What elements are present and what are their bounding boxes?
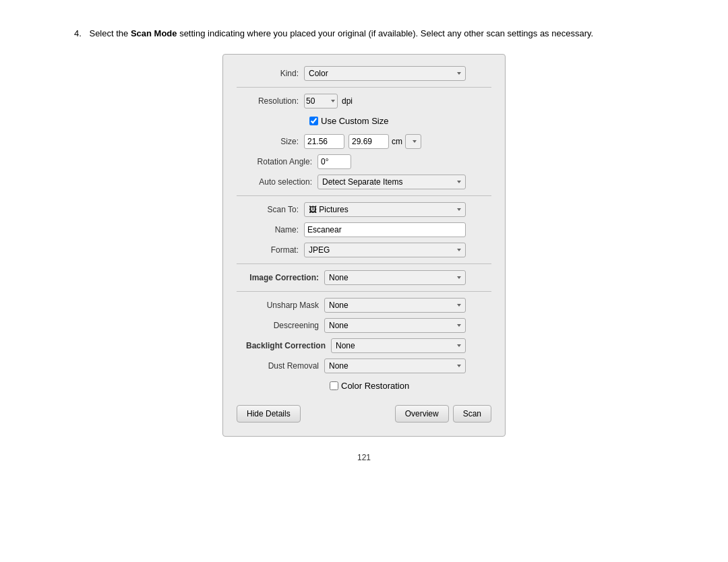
resolution-wrapper: 50 dpi [304,94,353,108]
size-unit-label: cm [392,137,402,146]
unsharp-mask-select[interactable]: None [324,298,466,313]
use-custom-size-label: Use Custom Size [321,116,388,126]
name-label: Name: [237,225,304,235]
kind-label: Kind: [237,69,304,78]
size-unit-select[interactable] [405,134,421,149]
separator-1 [237,87,491,88]
descreening-select[interactable]: None [324,318,466,333]
auto-selection-select[interactable]: Detect Separate Items [317,175,466,189]
bottom-left-buttons: Hide Details [237,405,301,423]
scan-to-row: Scan To: 🖼 Pictures [237,201,491,218]
auto-selection-label: Auto selection: [237,177,317,187]
bottom-buttons: Hide Details Overview Scan [237,405,491,423]
format-row: Format: JPEG [237,242,491,258]
page-number: 121 [74,453,654,462]
hide-details-button[interactable]: Hide Details [237,405,301,423]
descreening-row: Descreening None [237,317,491,334]
color-restoration-label: Color Restoration [341,381,409,391]
image-correction-select[interactable]: None [324,270,466,285]
backlight-correction-row: Backlight Correction None [237,338,491,354]
name-input[interactable] [304,222,466,237]
scan-button[interactable]: Scan [453,405,491,423]
dust-removal-select[interactable]: None [324,358,466,373]
auto-selection-row: Auto selection: Detect Separate Items [237,174,491,190]
backlight-correction-label: Backlight Correction [237,341,331,350]
size-row: Size: cm [237,133,491,150]
page-content: 4. Select the Scan Mode setting indicati… [74,27,654,462]
name-row: Name: [237,222,491,238]
rotation-input[interactable] [317,154,351,169]
resolution-mini-select[interactable]: 50 [304,94,338,108]
unsharp-mask-row: Unsharp Mask None [237,297,491,313]
separator-2 [237,195,491,196]
color-restoration-checkbox[interactable] [330,381,338,390]
instruction-text-after: setting indicating where you placed your… [177,28,594,38]
step-number: 4. [74,28,82,38]
use-custom-size-checkbox[interactable] [309,117,318,125]
instruction-paragraph: 4. Select the Scan Mode setting indicati… [74,27,654,40]
scan-panel: Kind: Color Resolution: 50 dpi Use Custo… [222,54,506,437]
bottom-right-buttons: Overview Scan [395,405,491,423]
scan-mode-bold: Scan Mode [131,28,177,38]
size-input-width[interactable] [304,134,344,149]
resolution-label: Resolution: [237,96,304,106]
resolution-row: Resolution: 50 dpi [237,93,491,109]
custom-size-row: Use Custom Size [237,113,491,129]
kind-row: Kind: Color [237,65,491,82]
dpi-label: dpi [342,96,353,106]
instruction-text-before: Select the [89,28,130,38]
separator-3 [237,263,491,264]
unsharp-mask-label: Unsharp Mask [237,301,324,310]
backlight-correction-select[interactable]: None [331,338,466,353]
dust-removal-label: Dust Removal [237,361,324,371]
size-label: Size: [237,137,304,146]
format-select[interactable]: JPEG [304,243,466,257]
color-restoration-row: Color Restoration [237,378,491,394]
rotation-row: Rotation Angle: [237,154,491,170]
scan-to-select[interactable]: 🖼 Pictures [304,202,466,217]
rotation-label: Rotation Angle: [237,157,317,166]
separator-4 [237,291,491,292]
kind-select[interactable]: Color [304,66,466,81]
overview-button[interactable]: Overview [395,405,449,423]
scan-to-label: Scan To: [237,205,304,214]
descreening-label: Descreening [237,321,324,330]
size-input-height[interactable] [348,134,389,149]
format-label: Format: [237,245,304,255]
dust-removal-row: Dust Removal None [237,358,491,374]
image-correction-label: Image Correction: [237,273,324,282]
image-correction-row: Image Correction: None [237,270,491,286]
